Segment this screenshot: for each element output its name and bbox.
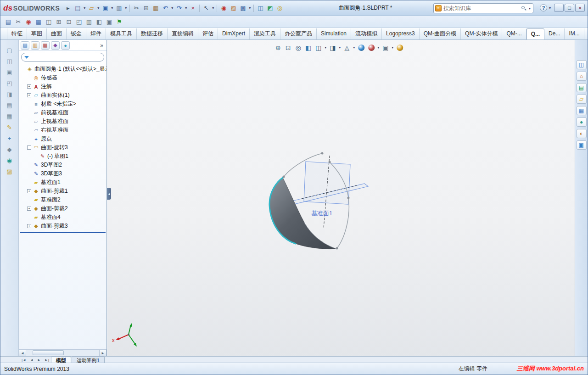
select-dropdown[interactable]: ▾: [211, 6, 215, 10]
dimxpertmanager-tab[interactable]: ◆: [51, 41, 60, 50]
select-button[interactable]: ↖: [202, 4, 211, 13]
view-settings-button[interactable]: ▣: [381, 43, 390, 52]
tb2-cut-button[interactable]: ✂: [13, 17, 23, 27]
plane-label[interactable]: 基准面1: [311, 210, 332, 217]
task-pane-design-library-button[interactable]: ▤: [577, 83, 587, 92]
tb2-mirror-button[interactable]: ◫: [44, 17, 54, 27]
configurationmanager-tab[interactable]: ▦: [41, 41, 50, 50]
task-pane-resources-button[interactable]: ⌂: [577, 72, 587, 81]
ribbon-tab-16[interactable]: QM-实体分模: [461, 28, 502, 39]
task-pane-pin-button[interactable]: ◫: [577, 60, 587, 69]
tree-item[interactable]: ▱右视基准面: [19, 126, 106, 134]
tree-item[interactable]: ✎(-) 草图1: [19, 152, 106, 161]
save-dropdown[interactable]: ▾: [110, 6, 114, 10]
tb2-grid-button[interactable]: ▦: [34, 17, 44, 27]
tree-item[interactable]: ◈曲面圆角-1 (默认<<默认>_显示: [19, 65, 106, 73]
task-pane-view-palette-button[interactable]: ▦: [577, 106, 587, 115]
copy-button[interactable]: ⊞: [141, 4, 151, 13]
tree-item[interactable]: +◆曲面-剪裁2: [19, 204, 106, 213]
zoom-to-area-button[interactable]: ⊡: [283, 43, 293, 52]
ribbon-tab-18[interactable]: Q...: [526, 28, 544, 39]
tb2-pattern-button[interactable]: ⊞: [54, 17, 64, 27]
logo-flyout-button[interactable]: ▸: [63, 4, 73, 13]
print-dropdown[interactable]: ▾: [124, 6, 128, 10]
ribbon-tab-21[interactable]: IM...: [584, 28, 588, 39]
tb2-document-button[interactable]: ▤: [3, 17, 13, 27]
ribbon-tab-0[interactable]: 特征: [7, 28, 27, 39]
propertymanager-tab[interactable]: ▥: [31, 41, 39, 50]
scroll-right-button[interactable]: ►: [99, 350, 106, 356]
left-tb-11-button[interactable]: ◉: [4, 156, 15, 165]
left-tb-4-button[interactable]: ◰: [4, 78, 15, 88]
filter-input[interactable]: [31, 55, 101, 60]
tree-item[interactable]: ≡材质 <未指定>: [19, 100, 106, 108]
spline-point[interactable]: [347, 197, 350, 199]
tb2-box-button[interactable]: ⊡: [64, 17, 74, 27]
ribbon-tab-11[interactable]: 办公室产品: [280, 28, 317, 39]
ribbon-tab-14[interactable]: Logopress3: [382, 28, 420, 39]
search-input[interactable]: [443, 5, 520, 11]
task-pane-scenes-button[interactable]: ◐: [577, 129, 587, 138]
spline-point[interactable]: [321, 152, 324, 155]
left-tb-6-button[interactable]: ▤: [4, 101, 15, 110]
featuremanager-tree-tab[interactable]: ▤: [21, 41, 29, 50]
hide-show-items-dropdown[interactable]: ▾: [352, 45, 356, 50]
new-document-dropdown[interactable]: ▾: [83, 6, 86, 10]
ribbon-tab-15[interactable]: QM-曲面分模: [420, 28, 461, 39]
magnified-selection-button[interactable]: ◎: [293, 43, 303, 52]
tree-item[interactable]: ▰基准面4: [19, 213, 106, 222]
left-tb-9-button[interactable]: +: [4, 134, 15, 143]
maximize-button[interactable]: □: [565, 4, 574, 12]
ribbon-tab-8[interactable]: 评估: [198, 28, 218, 39]
ribbon-tab-4[interactable]: 焊件: [86, 28, 106, 39]
apply-scene-button[interactable]: [366, 43, 376, 52]
ribbon-tab-1[interactable]: 草图: [27, 28, 47, 39]
tree-item[interactable]: ✎3D草图2: [19, 161, 106, 169]
zoom-to-fit-button[interactable]: ⊕: [273, 43, 283, 52]
tb2-lights-button[interactable]: ◉: [23, 17, 34, 27]
help-button[interactable]: ?: [540, 4, 547, 11]
display-style-dropdown[interactable]: ▾: [338, 45, 342, 50]
display-style-button[interactable]: ◨: [328, 43, 337, 52]
open-document-button[interactable]: ▱: [87, 4, 96, 13]
minimize-button[interactable]: −: [554, 4, 564, 12]
left-tb-1-button[interactable]: ▢: [4, 45, 15, 55]
ribbon-tab-2[interactable]: 曲面: [47, 28, 67, 39]
tree-item[interactable]: +◆曲面-剪裁1: [19, 187, 106, 196]
redo-button[interactable]: ↷: [174, 4, 184, 13]
tb2-save-button[interactable]: ▣: [104, 17, 114, 27]
left-tb-5-button[interactable]: ◨: [4, 90, 15, 99]
print-button[interactable]: ▥: [114, 4, 123, 13]
ribbon-tab-10[interactable]: 渲染工具: [250, 28, 280, 39]
delete-button[interactable]: ×: [188, 4, 197, 13]
graphics-viewport[interactable]: ⊕⊡◎◧◫▾◨▾◬▾▾▣▾: [107, 40, 576, 356]
tb2-flag-button[interactable]: ⚑: [114, 17, 124, 27]
tree-item[interactable]: ◎传感器: [19, 73, 106, 82]
apply-scene-dropdown[interactable]: ▾: [376, 45, 380, 50]
view-orientation-button[interactable]: ◫: [314, 43, 323, 52]
undo-dropdown[interactable]: ▾: [170, 6, 174, 10]
ribbon-tab-5[interactable]: 模具工具: [106, 28, 137, 39]
left-tb-8-button[interactable]: ✎: [4, 123, 15, 132]
ribbon-tab-6[interactable]: 数据迁移: [137, 28, 168, 39]
save-button[interactable]: ▣: [101, 4, 110, 13]
close-button[interactable]: ×: [575, 4, 585, 12]
ribbon-tab-3[interactable]: 钣金: [67, 28, 86, 39]
view-orientation-dropdown[interactable]: ▾: [324, 45, 327, 50]
new-window-button[interactable]: ◫: [256, 4, 265, 13]
expand-icon[interactable]: +: [27, 207, 31, 211]
left-tb-3-button[interactable]: ▣: [4, 67, 15, 77]
ribbon-tab-12[interactable]: Simulation: [317, 28, 351, 39]
options-button[interactable]: ▩: [238, 4, 247, 13]
rebuild-button[interactable]: ◉: [219, 4, 228, 13]
open-document-dropdown[interactable]: ▾: [96, 6, 100, 10]
ribbon-tab-7[interactable]: 直接编辑: [168, 28, 198, 39]
tree-item[interactable]: +▱曲面实体(1): [19, 91, 106, 100]
show-display-pane-button[interactable]: ◩: [265, 4, 274, 13]
expand-icon[interactable]: +: [27, 84, 31, 89]
task-pane-appearances-button[interactable]: ●: [577, 118, 587, 127]
tree-item[interactable]: +A注解: [19, 82, 106, 91]
tb2-align-button[interactable]: ◰: [74, 17, 84, 27]
left-tb-12-button[interactable]: ▨: [4, 167, 15, 176]
help-sphere-button[interactable]: [395, 43, 404, 52]
